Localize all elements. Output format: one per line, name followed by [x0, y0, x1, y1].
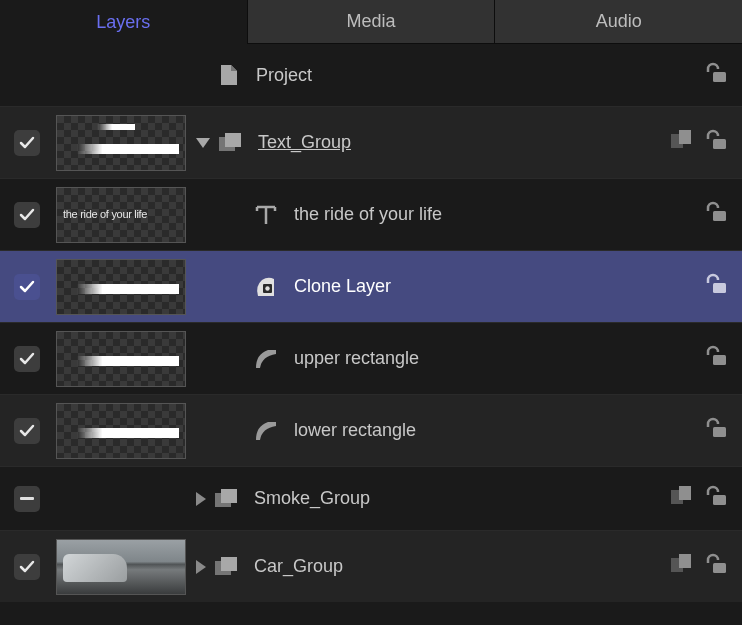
lock-icon[interactable] [704, 345, 728, 372]
group-label[interactable]: Text_Group [258, 132, 351, 153]
spacer [56, 498, 186, 499]
spacer [56, 75, 186, 76]
lock-icon[interactable] [704, 62, 728, 89]
group-icon [218, 132, 244, 154]
tab-layers-label: Layers [96, 12, 150, 33]
lock-icon[interactable] [704, 273, 728, 300]
tab-audio[interactable]: Audio [495, 0, 742, 44]
layer-label[interactable]: upper rectangle [294, 348, 419, 369]
group-label[interactable]: Smoke_Group [254, 488, 370, 509]
lock-icon[interactable] [704, 553, 728, 580]
group-icon [214, 556, 240, 578]
tab-media-label: Media [346, 11, 395, 32]
row-text-group[interactable]: Text_Group [0, 106, 742, 178]
lock-icon[interactable] [704, 129, 728, 156]
row-smoke-group[interactable]: Smoke_Group [0, 466, 742, 530]
isolate-icon[interactable] [670, 129, 694, 156]
layer-label[interactable]: Clone Layer [294, 276, 391, 297]
shape-icon [254, 348, 280, 370]
lock-icon[interactable] [704, 201, 728, 228]
tab-bar: Layers Media Audio [0, 0, 742, 44]
visibility-checkbox[interactable] [14, 554, 40, 580]
visibility-checkbox[interactable] [14, 202, 40, 228]
project-label: Project [256, 65, 312, 86]
layer-thumbnail[interactable] [56, 403, 186, 459]
layer-thumbnail[interactable] [56, 259, 186, 315]
text-icon [254, 204, 280, 226]
disclosure-triangle[interactable] [196, 492, 206, 506]
document-icon [216, 64, 242, 86]
tab-layers[interactable]: Layers [0, 0, 248, 44]
tab-audio-label: Audio [596, 11, 642, 32]
layer-thumbnail[interactable] [56, 331, 186, 387]
row-lower-rectangle[interactable]: lower rectangle [0, 394, 742, 466]
visibility-checkbox[interactable] [14, 130, 40, 156]
row-upper-rectangle[interactable]: upper rectangle [0, 322, 742, 394]
tab-media[interactable]: Media [248, 0, 496, 44]
layer-thumbnail[interactable] [56, 539, 186, 595]
layer-thumbnail[interactable]: the ride of your life [56, 187, 186, 243]
group-label[interactable]: Car_Group [254, 556, 343, 577]
isolate-icon[interactable] [670, 485, 694, 512]
lock-icon[interactable] [704, 485, 728, 512]
clone-icon [254, 276, 280, 298]
row-car-group[interactable]: Car_Group [0, 530, 742, 602]
visibility-checkbox[interactable] [14, 418, 40, 444]
row-ride-text[interactable]: the ride of your life the ride of your l… [0, 178, 742, 250]
visibility-checkbox[interactable] [14, 274, 40, 300]
thumbnail-text-preview: the ride of your life [63, 208, 147, 220]
isolate-icon[interactable] [670, 553, 694, 580]
layer-label[interactable]: lower rectangle [294, 420, 416, 441]
row-clone-layer[interactable]: Clone Layer [0, 250, 742, 322]
row-project[interactable]: Project [0, 44, 742, 106]
shape-icon [254, 420, 280, 442]
layer-thumbnail[interactable] [56, 115, 186, 171]
visibility-checkbox[interactable] [14, 486, 40, 512]
disclosure-triangle[interactable] [196, 138, 210, 148]
layer-label[interactable]: the ride of your life [294, 204, 442, 225]
group-icon [214, 488, 240, 510]
disclosure-triangle[interactable] [196, 560, 206, 574]
lock-icon[interactable] [704, 417, 728, 444]
visibility-checkbox[interactable] [14, 346, 40, 372]
mixed-dash-icon [20, 497, 34, 500]
